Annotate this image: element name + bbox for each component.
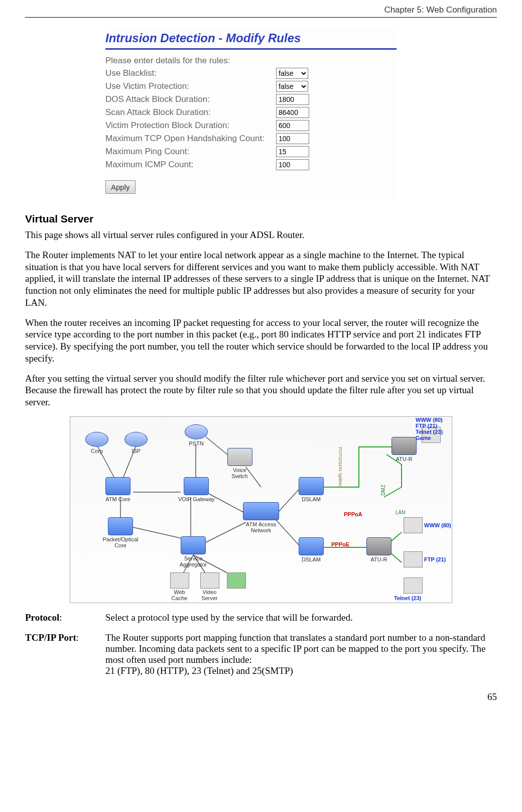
definition-desc: Select a protocol type used by the servi… (105, 612, 497, 623)
node-web-cache: Web Cache (168, 572, 191, 601)
node-video-server: Video Server (198, 572, 221, 601)
label-svc-telnet: Telnet (23) (394, 595, 421, 601)
max-icmp-input[interactable] (276, 159, 309, 170)
body-paragraph: The Router implements NAT to let your en… (25, 249, 497, 309)
definition-term: TCP/IP Port: (25, 632, 105, 676)
node-isp: ISP (124, 432, 148, 454)
field-label: DOS Attack Block Duration: (105, 94, 276, 104)
field-label: Maximum ICMP Count: (105, 160, 276, 170)
node-corp: Corp (85, 432, 108, 454)
node-dslam-2: DSLAM (299, 537, 324, 562)
label-lan-box: LAN (396, 510, 405, 515)
header-rule (25, 17, 497, 18)
node-lan-pc-2 (402, 551, 424, 568)
node-misc-server (227, 572, 246, 589)
label-dmz: DMZ (380, 485, 386, 496)
field-label: Maximum TCP Open Handshaking Count: (105, 134, 276, 144)
network-diagram: Corp ISP ATM Core Packet/Optical Core VO… (70, 416, 452, 603)
page-number: 65 (25, 691, 497, 703)
node-pstn: PSTN (185, 424, 208, 446)
dos-duration-input[interactable] (276, 94, 309, 105)
field-label: Scan Attack Block Duration: (105, 107, 276, 118)
node-lan-pc-3 (402, 577, 424, 594)
definitions-list: Protocol: Select a protocol type used by… (25, 612, 497, 676)
label-svc-www: WWW (80) (424, 522, 451, 528)
chapter-header: Chapter 5: Web Configuration (25, 5, 497, 16)
body-paragraph: When the router receives an incoming IP … (25, 317, 497, 365)
node-voip-gateway: VOIP Gateway (178, 477, 215, 502)
form-intro: Please enter details for the rules: (105, 56, 276, 66)
label-services-top: WWW (80) FTP (21) Telnet (23) Game (416, 417, 443, 441)
node-packet-optical-core: Packet/Optical Core (100, 517, 141, 548)
node-dslam-1: DSLAM (299, 477, 324, 502)
section-heading-virtual-server: Virtual Server (25, 213, 497, 225)
field-label: Use Victim Protection: (105, 81, 276, 91)
tcp-handshake-input[interactable] (276, 133, 309, 144)
victim-duration-input[interactable] (276, 120, 309, 131)
form-title: Intrusion Detection - Modify Rules (105, 29, 397, 50)
node-atm-access: ATM Access Network (236, 502, 286, 533)
scan-duration-input[interactable] (276, 107, 309, 118)
use-victim-protection-select[interactable]: false (276, 81, 308, 92)
label-pppoe: PPPoE (331, 541, 349, 547)
use-blacklist-select[interactable]: false (276, 68, 308, 79)
label-svc-ftp: FTP (21) (424, 556, 446, 562)
max-ping-input[interactable] (276, 146, 309, 157)
definition-desc: The Router supports port mapping functio… (105, 632, 497, 676)
label-pots-splitter: POTS/ISDN Splitter (338, 447, 343, 487)
field-label: Maximum Ping Count: (105, 147, 276, 157)
node-service-aggregator: Service Aggregator (176, 536, 211, 567)
body-paragraph: After you setting the virtual server you… (25, 373, 497, 408)
node-atu-r-1: ATU-R (392, 437, 417, 462)
label-pppoa: PPPoA (344, 511, 362, 517)
node-voice-switch: Voice Switch (226, 448, 253, 479)
definition-term: Protocol: (25, 612, 105, 623)
intrusion-detection-form: Intrusion Detection - Modify Rules Pleas… (105, 27, 397, 199)
body-paragraph: This page shows all virtual server rules… (25, 229, 497, 241)
field-label: Use Blacklist: (105, 68, 276, 78)
node-atu-r-2: ATU-R (366, 537, 392, 562)
node-atm-core: ATM Core (105, 477, 130, 502)
field-label: Victim Protection Block Duration: (105, 121, 276, 131)
node-lan-pc-1 (402, 517, 424, 534)
apply-button[interactable]: Apply (105, 180, 136, 194)
